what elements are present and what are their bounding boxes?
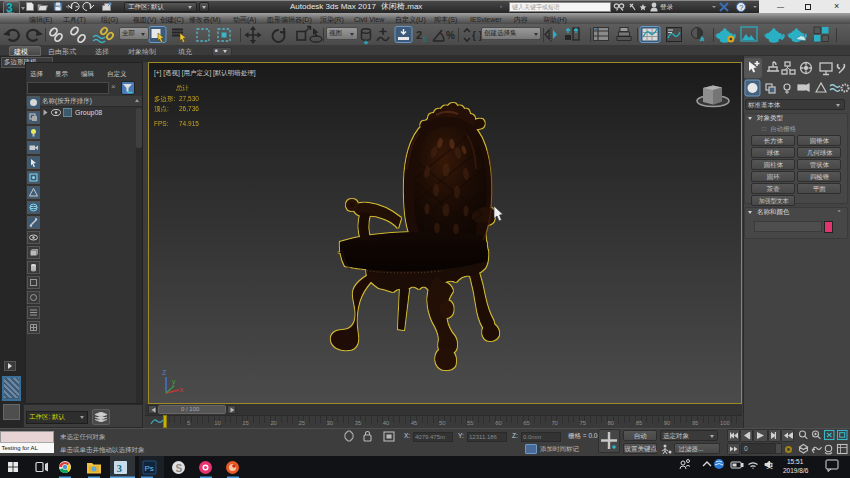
svg-text:Z: Z	[162, 369, 167, 376]
svg-text:S: S	[176, 463, 183, 474]
svg-text:x: x	[180, 386, 184, 393]
svg-text:Ps: Ps	[145, 464, 154, 473]
svg-text:%: %	[446, 30, 455, 41]
svg-text:?: ?	[739, 3, 744, 12]
svg-text:5: 5	[423, 36, 427, 43]
svg-text:3: 3	[117, 462, 123, 474]
svg-text:2: 2	[416, 29, 422, 41]
svg-text:y: y	[172, 378, 176, 386]
